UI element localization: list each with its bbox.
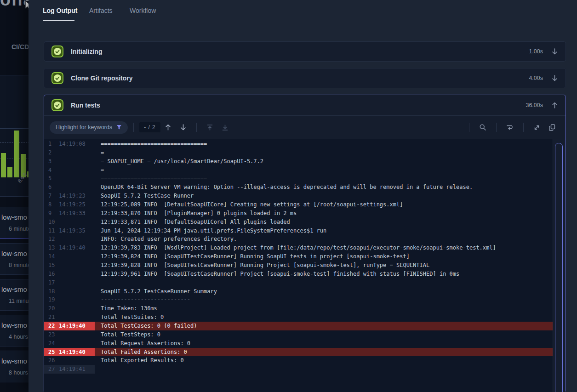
log-line-text: 12:19:33,871 INFO [DefaultSoapUICore] Al… [95, 218, 290, 227]
log-line: 1314:19:4012:19:39,783 INFO [WsdlProject… [44, 244, 553, 252]
log-line-timestamp [59, 278, 89, 287]
step-run-tests-header[interactable]: Run tests 36.00s [44, 95, 566, 115]
log-line-timestamp: 14:19:40 [59, 348, 89, 357]
copy-log-icon[interactable] [544, 124, 560, 131]
run-name: low-smo [1, 321, 27, 329]
log-line-gutter: 14 [44, 252, 95, 261]
log-line: 2714:19:41 [44, 365, 553, 374]
log-line-number: 27 [44, 365, 59, 374]
filter-funnel-icon [116, 125, 122, 130]
log-line-number: 16 [44, 270, 59, 278]
log-line-number: 3 [44, 157, 59, 166]
log-line-number: 19 [44, 295, 59, 304]
cicd-section-label: CI/CD [11, 43, 29, 51]
keyword-highlight-input[interactable]: Highlight for keywords [50, 121, 128, 134]
log-line: 24Total Request Assertions: 0 [44, 339, 553, 348]
log-line: 5================================ [44, 174, 553, 183]
log-line-timestamp [59, 261, 89, 270]
toolbar-divider [496, 123, 497, 132]
tab-workflow[interactable]: Workflow [130, 7, 156, 14]
search-log-icon[interactable] [475, 124, 491, 131]
log-line: 2514:19:40Total Failed Assertions: 0 [44, 348, 553, 357]
log-line-text [95, 278, 101, 287]
log-line-gutter: 21 [44, 313, 95, 322]
log-line-number: 8 [44, 200, 59, 209]
tab-artifacts[interactable]: Artifacts [89, 7, 113, 14]
expand-step-icon[interactable] [551, 48, 558, 55]
scroll-to-bottom-button[interactable] [217, 124, 233, 131]
log-scrollbar-track[interactable] [553, 139, 566, 392]
log-lines: 114:19:08===============================… [44, 140, 553, 374]
log-line-text: OpenJDK 64-Bit Server VM warning: Option… [95, 183, 473, 192]
step-initializing[interactable]: Initializing 1.00s [44, 41, 566, 62]
log-line-number: 13 [44, 244, 59, 252]
log-line-number: 23 [44, 330, 59, 339]
log-line-timestamp [59, 157, 89, 166]
log-line-timestamp [59, 304, 89, 313]
log-line-gutter: 5 [44, 174, 95, 183]
log-line-timestamp [59, 174, 89, 183]
log-line-gutter: 15 [44, 261, 95, 270]
log-line-text: 12:19:33,870 INFO [PluginManager] 0 plug… [95, 209, 297, 218]
wrap-lines-icon[interactable] [502, 124, 518, 131]
log-line-timestamp: 14:19:08 [59, 140, 89, 148]
run-name: low-smo [1, 213, 27, 221]
log-line-text: Total TestSuites: 0 [95, 313, 164, 322]
log-line-timestamp [59, 148, 89, 157]
log-line-number: 20 [44, 304, 59, 313]
chart-bar [1, 153, 6, 177]
log-line-text: --------------------------- [95, 295, 190, 304]
log-line-text: Total Request Assertions: 0 [95, 339, 190, 348]
step-label: Initializing [71, 48, 102, 55]
log-line: 4= [44, 166, 553, 175]
log-line: 18SoapUI 5.7.2 TestCaseRunner Summary [44, 287, 553, 296]
log-line-number: 7 [44, 192, 59, 200]
log-line-text: = [95, 148, 104, 157]
log-line-gutter: 6 [44, 183, 95, 192]
log-line-text: Total Failed Assertions: 0 [95, 348, 187, 357]
log-line: 2214:19:40Total TestCases: 0 (0 failed) [44, 322, 553, 330]
log-line-gutter: 10 [44, 218, 95, 227]
log-line: 19--------------------------- [44, 295, 553, 304]
log-line-gutter: 814:19:25 [44, 200, 95, 209]
log-line-timestamp: 14:19:33 [59, 209, 89, 218]
log-line-number: 4 [44, 166, 59, 175]
log-line-number: 18 [44, 287, 59, 296]
toolbar-divider [196, 123, 197, 132]
log-line: 26Total Exported Results: 0 [44, 356, 553, 365]
log-line-gutter: 19 [44, 295, 95, 304]
collapse-step-icon[interactable] [551, 102, 558, 109]
expand-fullscreen-icon[interactable] [529, 124, 544, 131]
log-line-timestamp [59, 252, 89, 261]
log-line-text: INFO: Created user preferences directory… [95, 235, 237, 244]
log-line: 914:19:3312:19:33,870 INFO [PluginManage… [44, 209, 553, 218]
match-counter: - / 2 [139, 122, 160, 132]
log-line-gutter: 3 [44, 157, 95, 166]
next-match-button[interactable] [176, 124, 191, 131]
log-line-gutter: 20 [44, 304, 95, 313]
log-line-text: = [95, 166, 104, 175]
log-line-number: 14 [44, 252, 59, 261]
log-line-gutter: 4 [44, 166, 95, 175]
log-line-gutter: 18 [44, 287, 95, 296]
log-line-gutter: 1114:19:35 [44, 227, 95, 235]
log-scrollbar-thumb[interactable] [555, 143, 563, 392]
expand-step-icon[interactable] [551, 74, 558, 82]
log-line: 12INFO: Created user preferences directo… [44, 235, 553, 244]
tab-log-output[interactable]: Log Output [43, 7, 77, 14]
log-line: 1114:19:35Jun 14, 2024 12:19:34 PM java.… [44, 227, 553, 235]
log-line-text: 12:19:39,824 INFO [SoapUITestCaseRunner]… [95, 252, 410, 261]
log-line: 2= [44, 148, 553, 157]
log-line: 1612:19:39,961 INFO [SoapUITestCaseRunne… [44, 270, 553, 278]
log-line-timestamp [59, 295, 89, 304]
log-line-timestamp [59, 287, 89, 296]
log-line-timestamp [59, 330, 89, 339]
log-line-text: Total TestSteps: 0 [95, 330, 160, 339]
step-duration: 36.00s [526, 102, 543, 108]
run-name: low-smo [1, 357, 27, 365]
log-line-number: 17 [44, 278, 59, 287]
step-clone-git-repository[interactable]: Clone Git repository 4.00s [44, 68, 566, 88]
log-line-number: 25 [44, 348, 59, 357]
previous-match-button[interactable] [160, 124, 176, 131]
scroll-to-top-button[interactable] [202, 124, 217, 131]
